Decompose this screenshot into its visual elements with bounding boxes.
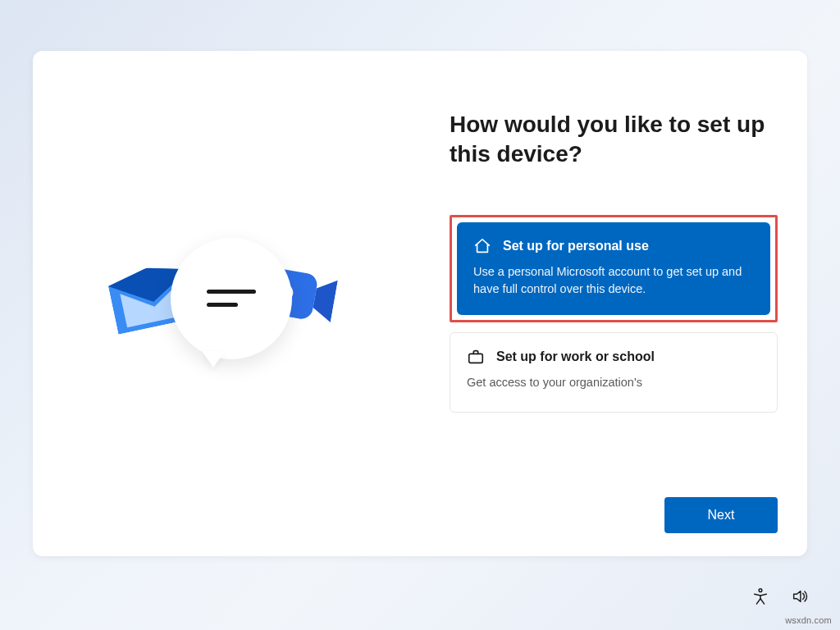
setup-illustration: [112, 221, 341, 386]
selection-highlight: Set up for personal use Use a personal M…: [450, 215, 778, 323]
text-lines-icon: [207, 288, 256, 309]
setup-panel: How would you like to set up this device…: [33, 51, 807, 556]
accessibility-icon[interactable]: [751, 587, 769, 609]
briefcase-icon: [467, 348, 485, 366]
svg-rect-7: [469, 354, 483, 363]
option-description: Use a personal Microsoft account to get …: [473, 263, 754, 299]
next-button[interactable]: Next: [664, 497, 778, 533]
svg-point-8: [759, 589, 762, 592]
speech-bubble-icon: [171, 238, 292, 359]
option-personal-use[interactable]: Set up for personal use Use a personal M…: [457, 222, 770, 316]
system-tray: [751, 587, 809, 609]
option-title: Set up for work or school: [496, 349, 655, 364]
option-title: Set up for personal use: [503, 239, 649, 253]
options-pane: How would you like to set up this device…: [420, 51, 807, 556]
volume-icon[interactable]: [791, 587, 809, 609]
home-icon: [473, 237, 491, 255]
illustration-pane: [33, 51, 420, 556]
option-work-school[interactable]: Set up for work or school Get access to …: [450, 332, 778, 413]
option-description: Get access to your organization's: [467, 374, 760, 392]
watermark: wsxdn.com: [785, 615, 832, 625]
page-title: How would you like to set up this device…: [450, 110, 778, 169]
